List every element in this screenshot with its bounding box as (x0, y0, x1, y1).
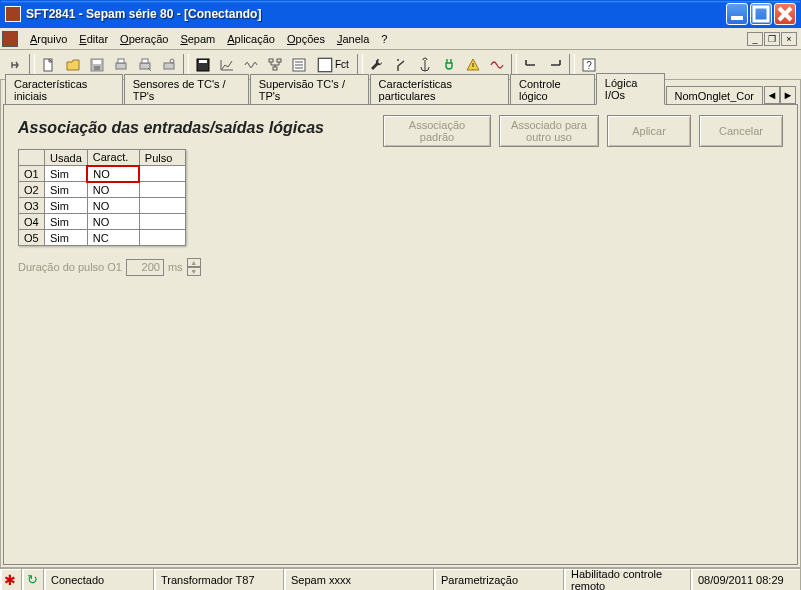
cell-caract[interactable]: NO (87, 166, 139, 182)
status-sepam: Sepam xxxx (284, 569, 434, 590)
cell-usada[interactable]: Sim (45, 198, 88, 214)
cell-caract[interactable]: NO (87, 182, 139, 198)
tab-sensores[interactable]: Sensores de TC's / TP's (124, 74, 249, 105)
apply-button[interactable]: Aplicar (607, 115, 691, 147)
cell-usada[interactable]: Sim (45, 230, 88, 246)
cell-caract[interactable]: NO (87, 198, 139, 214)
floppy-icon[interactable] (192, 54, 214, 76)
svg-rect-8 (116, 63, 126, 69)
svg-rect-18 (273, 67, 277, 70)
print-preview-icon[interactable] (158, 54, 180, 76)
svg-rect-12 (164, 63, 174, 69)
new-file-icon[interactable] (38, 54, 60, 76)
menu-janela[interactable]: Janela (331, 31, 375, 47)
cell-usada[interactable]: Sim (45, 182, 88, 198)
menu-aplicacao[interactable]: Aplicação (221, 31, 281, 47)
switch-icon[interactable] (390, 54, 412, 76)
cell-usada[interactable]: Sim (45, 166, 88, 182)
svg-rect-20 (318, 58, 331, 71)
tab-controle-logico[interactable]: Controle lógico (510, 74, 595, 105)
cell-usada[interactable]: Sim (45, 214, 88, 230)
warning-icon[interactable] (462, 54, 484, 76)
status-mode: Parametrização (434, 569, 564, 590)
status-connected: Conectado (44, 569, 154, 590)
cell-caract[interactable]: NC (87, 230, 139, 246)
maximize-button[interactable] (750, 3, 772, 25)
print2-icon[interactable] (134, 54, 156, 76)
plug-icon[interactable] (438, 54, 460, 76)
print-icon[interactable] (110, 54, 132, 76)
menu-label: epam (188, 33, 216, 45)
tabpage-logica-ios: Associação das entradas/saídas lógicas A… (3, 104, 798, 565)
arrow-right-icon[interactable] (544, 54, 566, 76)
menu-app-icon (2, 31, 18, 47)
tree-icon[interactable] (264, 54, 286, 76)
fct-label: Fct (335, 59, 349, 70)
svg-text:?: ? (586, 60, 592, 71)
menu-arquivo[interactable]: Arquivo (24, 31, 73, 47)
menu-operacao[interactable]: Operação (114, 31, 174, 47)
pulse-label: Duração do pulso O1 (18, 261, 122, 273)
svg-rect-6 (93, 60, 101, 64)
menu-sepam[interactable]: Sepam (174, 31, 221, 47)
sine-icon[interactable] (486, 54, 508, 76)
table-row: O3 Sim NO (19, 198, 186, 214)
status-device: Transformador T87 (154, 569, 284, 590)
arrow-left-icon[interactable] (520, 54, 542, 76)
spin-down[interactable]: ▼ (187, 267, 201, 276)
tab-supervisao[interactable]: Supervisão TC's / TP's (250, 74, 369, 105)
menu-label: ditar (87, 33, 108, 45)
svg-rect-7 (94, 66, 100, 70)
spin-up[interactable]: ▲ (187, 258, 201, 267)
titlebar: SFT2841 - Sepam série 80 - [Conectando] (0, 0, 801, 28)
tab-nomonglet[interactable]: NomOnglet_Cor (666, 86, 763, 105)
mdi-close[interactable]: × (781, 32, 797, 46)
menu-opcoes[interactable]: Opções (281, 31, 331, 47)
cell-pulso[interactable] (139, 214, 185, 230)
tabstrip: Características iniciais Sensores de TC'… (3, 82, 798, 104)
tab-caracteristicas-iniciais[interactable]: Características iniciais (5, 74, 123, 105)
save-icon[interactable] (86, 54, 108, 76)
tab-scroll-right[interactable]: ► (780, 86, 796, 104)
app-icon (5, 6, 21, 22)
header-pulso: Pulso (139, 150, 185, 166)
menu-editar[interactable]: Editar (73, 31, 114, 47)
minimize-button[interactable] (726, 3, 748, 25)
pulse-value-input[interactable] (126, 259, 164, 276)
open-file-icon[interactable] (62, 54, 84, 76)
back-icon[interactable] (4, 54, 26, 76)
anchor-icon[interactable] (414, 54, 436, 76)
menu-label: peração (129, 33, 169, 45)
table-row: O2 Sim NO (19, 182, 186, 198)
list-icon[interactable] (288, 54, 310, 76)
cell-pulso[interactable] (139, 230, 185, 246)
default-association-button[interactable]: Associação padrão (383, 115, 491, 147)
window-title: SFT2841 - Sepam série 80 - [Conectando] (26, 7, 726, 21)
cancel-button[interactable]: Cancelar (699, 115, 783, 147)
cell-pulso[interactable] (139, 166, 185, 182)
row-out: O1 (19, 166, 45, 182)
pulse-unit: ms (168, 261, 183, 273)
menu-ajuda[interactable]: ? (375, 31, 393, 47)
fct-button[interactable]: Fct (312, 54, 354, 76)
cell-caract[interactable]: NO (87, 214, 139, 230)
wave-icon[interactable] (240, 54, 262, 76)
cell-pulso[interactable] (139, 182, 185, 198)
cell-pulso[interactable] (139, 198, 185, 214)
mdi-restore[interactable]: ❐ (764, 32, 780, 46)
chart-icon[interactable] (216, 54, 238, 76)
svg-rect-15 (199, 60, 207, 63)
tab-scroll-left[interactable]: ◄ (764, 86, 780, 104)
status-refresh-icon: ↻ (22, 569, 44, 590)
tab-caracteristicas-particulares[interactable]: Características particulares (370, 74, 509, 105)
wrench-icon[interactable] (366, 54, 388, 76)
other-use-button[interactable]: Associado para outro uso (499, 115, 599, 147)
row-out: O4 (19, 214, 45, 230)
mdi-minimize[interactable]: _ (747, 32, 763, 46)
tab-logica-ios[interactable]: Lógica I/Os (596, 73, 665, 105)
status-datetime: 08/09/2011 08:29 (691, 569, 801, 590)
row-out: O2 (19, 182, 45, 198)
menu-label: anela (342, 33, 369, 45)
close-button[interactable] (774, 3, 796, 25)
status-remote: Habilitado controle remoto (564, 569, 691, 590)
